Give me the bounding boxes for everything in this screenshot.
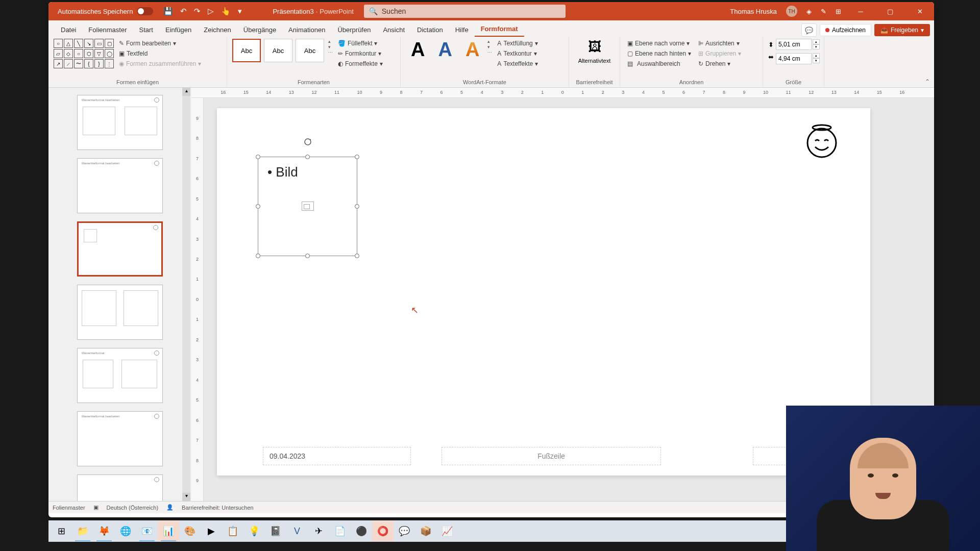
outlook-icon[interactable]: 📧 <box>136 521 158 541</box>
touch-icon[interactable]: 👆 <box>221 7 231 16</box>
tab-datei[interactable]: Datei <box>55 23 82 37</box>
firefox-icon[interactable]: 🦊 <box>93 521 115 541</box>
tab-start[interactable]: Start <box>133 23 159 37</box>
send-backward-button[interactable]: ▢ Ebene nach hinten ▾ <box>625 49 693 58</box>
picture-placeholder-icon[interactable] <box>302 202 314 211</box>
shape-outline-button[interactable]: ✏ Formkontur ▾ <box>336 49 385 58</box>
shape-style-3[interactable]: Abc <box>296 39 324 62</box>
tab-uebergaenge[interactable]: Übergänge <box>237 23 282 37</box>
text-effects-button[interactable]: A Texteffekte ▾ <box>495 59 540 68</box>
wordart-style-1[interactable]: A <box>406 39 430 61</box>
placeholder-text[interactable]: • Bild <box>267 164 357 180</box>
tab-hilfe[interactable]: Hilfe <box>449 23 475 37</box>
resize-handle[interactable] <box>355 155 359 159</box>
discord-icon[interactable]: 💬 <box>394 521 415 541</box>
scroll-up-icon[interactable]: ▴ <box>182 88 190 96</box>
onenote-icon[interactable]: 📓 <box>265 521 286 541</box>
align-button[interactable]: ⊫ Ausrichten ▾ <box>696 39 743 48</box>
height-input[interactable]: 5,01 cm <box>776 39 812 50</box>
collapse-ribbon-icon[interactable]: ⌃ <box>925 78 930 85</box>
tab-ueberpruefen[interactable]: Überprüfen <box>331 23 377 37</box>
resize-handle[interactable] <box>355 204 359 209</box>
shape-style-2[interactable]: Abc <box>264 39 292 62</box>
layout-thumb-7[interactable] <box>77 474 163 501</box>
diamond-icon[interactable]: ◈ <box>806 8 812 15</box>
layout-thumb-5[interactable]: Mastertitelformat <box>77 348 163 403</box>
app-icon[interactable]: 📋 <box>222 521 243 541</box>
wordart-style-2[interactable]: A <box>433 39 457 61</box>
footer-placeholder[interactable]: Fußzeile <box>442 447 661 465</box>
undo-icon[interactable]: ↶ <box>180 7 187 16</box>
close-button[interactable]: ✕ <box>910 2 930 20</box>
wordart-style-3[interactable]: A <box>460 39 484 61</box>
save-icon[interactable]: 💾 <box>163 7 173 16</box>
app-icon[interactable]: 💡 <box>243 521 265 541</box>
scroll-down-icon[interactable]: ▾ <box>182 493 190 501</box>
textbox-button[interactable]: ▣ Textfeld <box>117 49 203 58</box>
rotate-handle[interactable] <box>304 138 312 146</box>
visio-icon[interactable]: V <box>286 521 308 541</box>
slide-canvas[interactable]: • Bild 09.04.2023 Fußzeile <box>217 108 870 475</box>
height-up[interactable]: ▴ <box>813 39 820 44</box>
tab-animationen[interactable]: Animationen <box>282 23 331 37</box>
width-input[interactable]: 4,94 cm <box>776 53 812 64</box>
tab-folienmaster[interactable]: Folienmaster <box>82 23 133 37</box>
comments-button[interactable]: 💬 <box>801 23 817 37</box>
share-button[interactable]: 📤Freigeben▾ <box>874 24 930 36</box>
resize-handle[interactable] <box>305 155 310 159</box>
rotate-button[interactable]: ↻ Drehen ▾ <box>696 59 743 68</box>
explorer-icon[interactable]: 📁 <box>72 521 93 541</box>
shapes-gallery[interactable]: ○△╲↘▭▢ ▱◇○⬡▽◯ ↗⟋〜{}⋮ <box>54 39 114 68</box>
height-down[interactable]: ▾ <box>813 44 820 49</box>
alttext-icon[interactable]: 🖼 <box>588 39 601 55</box>
app-icon[interactable]: 🎨 <box>179 521 201 541</box>
obs-icon[interactable]: ⚫ <box>351 521 372 541</box>
autosave-toggle[interactable]: Automatisches Speichern <box>58 7 153 15</box>
layout-thumb-1[interactable]: Mastertitelformat bearbeiten <box>77 95 163 150</box>
status-a11y[interactable]: Barrierefreiheit: Untersuchen <box>182 505 254 511</box>
edit-shape-button[interactable]: ✎ Form bearbeiten ▾ <box>117 39 203 48</box>
telegram-icon[interactable]: ✈ <box>308 521 329 541</box>
smiley-icon[interactable] <box>804 123 840 159</box>
tab-dictation[interactable]: Dictation <box>411 23 449 37</box>
selection-pane-button[interactable]: ▤ Auswahlbereich <box>625 59 693 68</box>
width-down[interactable]: ▾ <box>813 58 820 63</box>
app-icon[interactable]: 📦 <box>415 521 436 541</box>
selected-placeholder[interactable]: • Bild <box>258 157 357 256</box>
layout-thumb-6[interactable]: Mastertitelformat bearbeiten <box>77 411 163 466</box>
status-view[interactable]: Folienmaster <box>53 505 85 511</box>
powerpoint-icon[interactable]: 📊 <box>158 521 179 541</box>
resize-handle[interactable] <box>256 254 260 258</box>
pen-icon[interactable]: ✎ <box>821 8 826 15</box>
resize-handle[interactable] <box>355 254 359 258</box>
tab-zeichnen[interactable]: Zeichnen <box>198 23 237 37</box>
search-box[interactable]: 🔍 Suchen <box>364 5 566 18</box>
tab-formformat[interactable]: Formformat <box>475 22 524 37</box>
app-icon[interactable]: 📄 <box>329 521 351 541</box>
app-icon[interactable]: ⭕ <box>372 521 394 541</box>
start-button[interactable]: ⊞ <box>51 521 72 541</box>
maximize-button[interactable]: ▢ <box>880 2 900 20</box>
shape-effects-button[interactable]: ◐ Formeffekte ▾ <box>336 59 385 68</box>
date-placeholder[interactable]: 09.04.2023 <box>263 447 411 465</box>
resize-handle[interactable] <box>256 204 260 209</box>
bring-forward-button[interactable]: ▣ Ebene nach vorne ▾ <box>625 39 693 48</box>
status-lang[interactable]: Deutsch (Österreich) <box>107 505 158 511</box>
window-icon[interactable]: ⊞ <box>836 8 841 15</box>
width-up[interactable]: ▴ <box>813 53 820 58</box>
resize-handle[interactable] <box>305 254 310 258</box>
redo-icon[interactable]: ↷ <box>194 7 201 16</box>
shape-style-1[interactable]: Abc <box>232 39 261 62</box>
text-outline-button[interactable]: A Textkontur ▾ <box>495 49 540 58</box>
tab-einfuegen[interactable]: Einfügen <box>159 23 198 37</box>
shape-fill-button[interactable]: 🪣 Fülleffekt ▾ <box>336 39 385 48</box>
layout-thumb-2[interactable]: Mastertitelformat bearbeiten <box>77 158 163 213</box>
tab-ansicht[interactable]: Ansicht <box>377 23 411 37</box>
layout-thumb-4[interactable] <box>77 285 163 340</box>
alttext-label[interactable]: Alternativtext <box>578 58 611 64</box>
excel-icon[interactable]: 📈 <box>436 521 458 541</box>
text-fill-button[interactable]: A Textfüllung ▾ <box>495 39 540 48</box>
layout-thumb-3[interactable] <box>77 221 163 277</box>
preview-icon[interactable]: ▷ <box>208 7 214 16</box>
toggle-switch[interactable] <box>137 7 153 15</box>
